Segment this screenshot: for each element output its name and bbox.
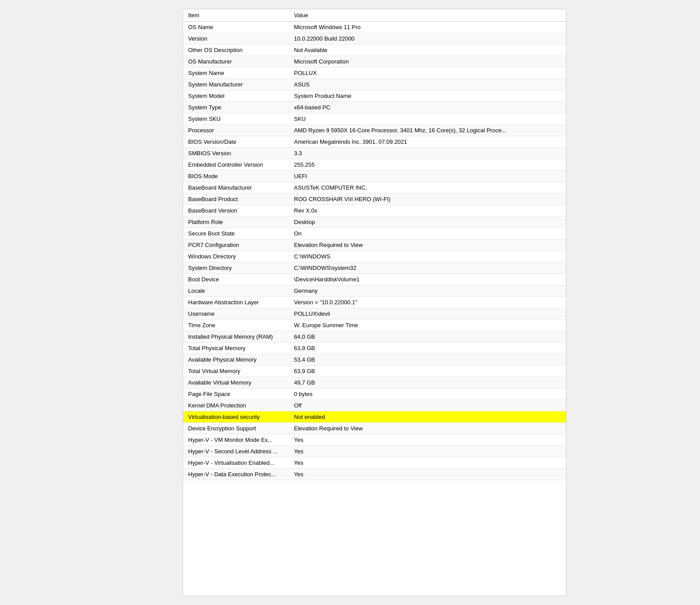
table-row: Hyper-V - Second Level Address ...Yes [183, 446, 566, 457]
table-row: OS NameMicrosoft Windows 11 Pro [183, 22, 566, 33]
row-item-label: Hyper-V - VM Monitor Mode Ex... [183, 434, 289, 446]
row-item-value: 0 bytes [289, 388, 566, 400]
content-panel: Item Value OS NameMicrosoft Windows 11 P… [183, 9, 566, 596]
row-item-value: Yes [289, 434, 566, 446]
table-body: OS NameMicrosoft Windows 11 ProVersion10… [183, 22, 566, 480]
row-item-label: Total Virtual Memory [183, 366, 289, 377]
table-row: Available Virtual Memory49,7 GB [183, 377, 566, 388]
row-item-label: Boot Device [183, 274, 289, 285]
row-item-value: AMD Ryzen 9 5950X 16-Core Processor, 340… [289, 125, 566, 136]
row-item-value: Rev X.0x [289, 205, 566, 217]
row-item-label: System Name [183, 67, 289, 79]
row-item-label: Hyper-V - Data Execution Protec... [183, 469, 289, 480]
table-header-row: Item Value [183, 9, 566, 22]
row-item-label: BaseBoard Product [183, 194, 289, 205]
row-item-label: Embedded Controller Version [183, 159, 289, 171]
row-item-value: POLLUX\devil [289, 308, 566, 320]
row-item-value: Microsoft Corporation [289, 56, 566, 67]
table-row: BIOS Version/DateAmerican Megatrends Inc… [183, 136, 566, 148]
row-item-label: Hyper-V - Virtualisation Enabled... [183, 457, 289, 469]
table-row: Installed Physical Memory (RAM)64,0 GB [183, 331, 566, 343]
row-item-value: Desktop [289, 217, 566, 228]
row-item-value: On [289, 228, 566, 239]
table-row: Secure Boot StateOn [183, 228, 566, 239]
row-item-label: System Manufacturer [183, 79, 289, 90]
row-item-label: BaseBoard Manufacturer [183, 182, 289, 194]
row-item-label: BaseBoard Version [183, 205, 289, 217]
row-item-label: Username [183, 308, 289, 320]
row-item-label: System Type [183, 102, 289, 113]
table-row: SMBIOS Version3.3 [183, 148, 566, 159]
row-item-value: 255.255 [289, 159, 566, 171]
row-item-value: System Product Name [289, 90, 566, 102]
table-row: System NamePOLLUX [183, 67, 566, 79]
row-item-value: 10.0.22000 Build 22000 [289, 33, 566, 45]
row-item-value: American Megatrends Inc. 3901, 07.09.202… [289, 136, 566, 148]
table-row: System SKUSKU [183, 113, 566, 125]
table-row: BaseBoard ManufacturerASUSTeK COMPUTER I… [183, 182, 566, 194]
row-item-value: ROG CROSSHAIR VIII HERO (WI-FI) [289, 194, 566, 205]
header-item: Item [183, 9, 289, 22]
table-row: Other OS DescriptionNot Available [183, 45, 566, 56]
row-item-value: Yes [289, 457, 566, 469]
table-row: System ManufacturerASUS [183, 79, 566, 90]
row-item-value: 49,7 GB [289, 377, 566, 388]
row-item-value: SKU [289, 113, 566, 125]
table-row: Hyper-V - Virtualisation Enabled...Yes [183, 457, 566, 469]
row-item-value: \Device\HarddiskVolume1 [289, 274, 566, 285]
row-item-label: Windows Directory [183, 251, 289, 262]
row-item-label: Secure Boot State [183, 228, 289, 239]
row-item-label: Device Encryption Support [183, 423, 289, 434]
table-row: Hyper-V - Data Execution Protec...Yes [183, 469, 566, 480]
row-item-value: W. Europe Summer Time [289, 320, 566, 331]
table-row: Total Virtual Memory63,9 GB [183, 366, 566, 377]
row-item-value: Yes [289, 446, 566, 457]
row-item-label: BIOS Mode [183, 171, 289, 182]
table-row: OS ManufacturerMicrosoft Corporation [183, 56, 566, 67]
table-row: Hyper-V - VM Monitor Mode Ex...Yes [183, 434, 566, 446]
table-row: Embedded Controller Version255.255 [183, 159, 566, 171]
table-row: UsernamePOLLUX\devil [183, 308, 566, 320]
row-item-value: Yes [289, 469, 566, 480]
row-item-value: C:\WINDOWS [289, 251, 566, 262]
table-row: Hardware Abstraction LayerVersion = "10.… [183, 297, 566, 308]
table-row: Platform RoleDesktop [183, 217, 566, 228]
table-row: System ModelSystem Product Name [183, 90, 566, 102]
row-item-value: 3.3 [289, 148, 566, 159]
row-item-label: Platform Role [183, 217, 289, 228]
row-item-value: x64-based PC [289, 102, 566, 113]
row-item-value: Not enabled [289, 411, 566, 423]
table-row: LocaleGermany [183, 285, 566, 297]
row-item-label: Other OS Description [183, 45, 289, 56]
table-row: BaseBoard VersionRev X.0x [183, 205, 566, 217]
table-row: System DirectoryC:\WINDOWS\system32 [183, 262, 566, 274]
row-item-label: Processor [183, 125, 289, 136]
row-item-value: POLLUX [289, 67, 566, 79]
row-item-value: ASUS [289, 79, 566, 90]
row-item-label: PCR7 Configuration [183, 239, 289, 251]
table-row: Kernel DMA ProtectionOff [183, 400, 566, 411]
row-item-label: BIOS Version/Date [183, 136, 289, 148]
table-row: BaseBoard ProductROG CROSSHAIR VIII HERO… [183, 194, 566, 205]
row-item-value: Version = "10.0.22000.1" [289, 297, 566, 308]
table-row: Version10.0.22000 Build 22000 [183, 33, 566, 45]
table-row: Available Physical Memory53,4 GB [183, 354, 566, 366]
row-item-value: ASUSTeK COMPUTER INC. [289, 182, 566, 194]
row-item-value: 64,0 GB [289, 331, 566, 343]
table-container: Item Value OS NameMicrosoft Windows 11 P… [183, 9, 566, 480]
row-item-label: Time Zone [183, 320, 289, 331]
row-item-label: Locale [183, 285, 289, 297]
table-row: Time ZoneW. Europe Summer Time [183, 320, 566, 331]
row-item-label: Total Physical Memory [183, 343, 289, 354]
row-item-value: Elevation Required to View [289, 239, 566, 251]
table-row: Page File Space0 bytes [183, 388, 566, 400]
row-item-label: System SKU [183, 113, 289, 125]
table-row: Device Encryption SupportElevation Requi… [183, 423, 566, 434]
row-item-value: 63,9 GB [289, 343, 566, 354]
row-item-label: Kernel DMA Protection [183, 400, 289, 411]
row-item-label: Available Physical Memory [183, 354, 289, 366]
row-item-label: SMBIOS Version [183, 148, 289, 159]
row-item-value: Off [289, 400, 566, 411]
table-row: Boot Device\Device\HarddiskVolume1 [183, 274, 566, 285]
row-item-label: System Model [183, 90, 289, 102]
